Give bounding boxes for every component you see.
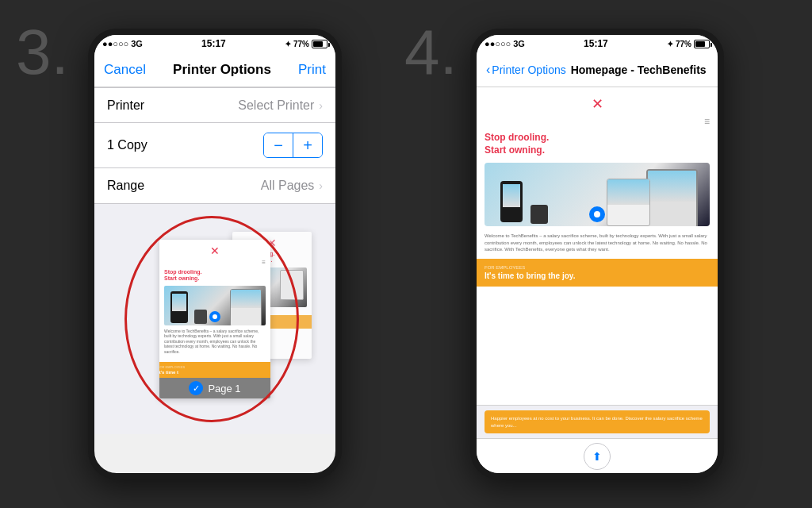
nav-bar-2: ‹ Printer Options Homepage - TechBenefit… [477,52,718,87]
bottom-toolbar: ⬆ [477,438,718,473]
nav-title-1: Printer Options [173,62,271,78]
status-bar-1: ●●○○○ 3G 15:17 ✦ 77% [94,35,335,52]
page-title-2: Homepage - TechBenefits [571,64,707,76]
share-button[interactable]: ⬆ [584,443,611,470]
stepper-plus-button[interactable]: + [293,133,322,157]
battery-icon-1 [312,40,327,48]
phone2: ●●○○○ 3G 15:17 ✦ 77% ‹ Printer Options H… [470,29,724,479]
signal-icon-1: ●●○○○ [102,39,128,48]
range-value: All Pages › [261,179,323,193]
second-card-text: Happier employees at no cost to your bus… [491,415,703,429]
copy-row: 1 Copy − + [94,123,335,168]
phone1: ●●○○○ 3G 15:17 ✦ 77% Cancel Printer Opti… [88,29,342,479]
printer-row[interactable]: Printer Select Printer › [94,88,335,123]
fp-body-text: Welcome to TechBenefits – a salary sacri… [485,233,710,252]
battery-pct-1: 77% [293,40,309,48]
network-label-2: 3G [513,39,525,48]
share-icon: ⬆ [592,450,602,463]
battery-icon-2 [694,40,710,48]
battery-area-2: ✦ 77% [667,40,710,48]
stepper-minus-button[interactable]: − [264,133,293,157]
status-bar-2: ●●○○○ 3G 15:17 ✦ 77% [477,35,718,52]
fp-circle-icon [589,206,605,222]
fp-yellow-section: FOR EMPLOYEES It's time to bring the joy… [477,259,718,287]
nav-bar-1: Cancel Printer Options Print [94,52,335,87]
back-chevron-icon: ‹ [486,63,490,77]
print-button[interactable]: Print [298,62,326,78]
hamburger-icon: ≡ [704,116,710,127]
battery-area-1: ✦ 77% [285,40,327,48]
fp-device-image [485,163,710,226]
fp-yellow-text: It's time to bring the joy. [485,271,710,280]
full-page-preview: ✕ ≡ Stop drooling.Start owning. [477,87,718,405]
signal-icon-2: ●●○○○ [485,39,511,48]
copy-stepper[interactable]: − + [263,133,323,158]
range-chevron-icon: › [319,179,323,192]
fp-nav: ≡ [485,116,710,127]
time-1: 15:17 [201,38,226,49]
network-label-1: 3G [131,39,143,48]
second-section: Happier employees at no cost to your bus… [477,405,718,438]
step3-label: 3. [16,16,69,89]
signal-area-1: ●●○○○ 3G [102,39,143,48]
signal-area-2: ●●○○○ 3G [485,39,525,48]
bluetooth-icon-2: ✦ [667,40,673,48]
scene: 3. 4. ●●○○○ 3G 15:17 ✦ 77% Cancel P [0,0,812,508]
back-label: Printer Options [492,64,565,76]
page-preview-area[interactable]: ✕ Stop drooling.Start owning. FOR EMPLOY… [94,204,335,434]
bluetooth-icon-1: ✦ [285,40,291,48]
range-row[interactable]: Range All Pages › [94,168,335,203]
printer-chevron-icon: › [319,99,323,112]
printer-value: Select Printer › [238,98,323,113]
printer-label: Printer [107,98,144,113]
fp-logo: ✕ [485,95,710,113]
back-button[interactable]: ‹ Printer Options [486,63,566,77]
copy-label: 1 Copy [107,138,147,152]
battery-pct-2: 77% [676,40,691,48]
fp-headline: Stop drooling.Start owning. [485,132,710,156]
second-card: Happier employees at no cost to your bus… [485,410,710,433]
cancel-button[interactable]: Cancel [104,62,146,78]
settings-group-1: Printer Select Printer › 1 Copy − + [94,87,335,204]
fp-yellow-sub: FOR EMPLOYEES [485,265,710,270]
range-label: Range [107,179,144,193]
step4-label: 4. [404,16,458,89]
time-2: 15:17 [584,38,608,49]
fp-content: ✕ ≡ Stop drooling.Start owning. [477,87,718,405]
highlight-circle [124,216,299,422]
